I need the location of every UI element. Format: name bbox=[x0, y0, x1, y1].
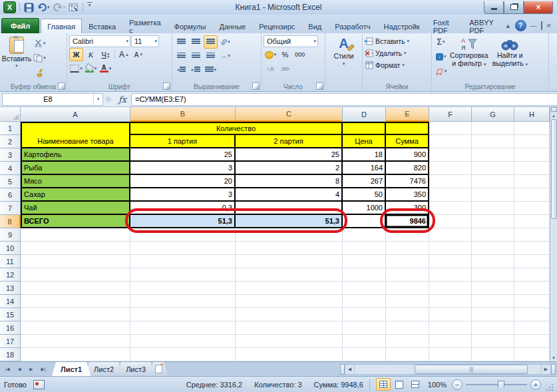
cell[interactable] bbox=[343, 268, 386, 282]
cell[interactable] bbox=[429, 255, 472, 268]
close-button[interactable]: × bbox=[524, 1, 553, 14]
row-header-17[interactable]: 17 bbox=[0, 335, 21, 348]
align-left-button[interactable] bbox=[174, 49, 188, 63]
copy-button[interactable]: ▾ bbox=[33, 51, 47, 65]
column-header-G[interactable]: G bbox=[472, 107, 514, 122]
cell[interactable] bbox=[429, 308, 472, 321]
tab-Рецензирс[interactable]: Рецензирс bbox=[252, 19, 301, 33]
cell[interactable]: 25 bbox=[130, 148, 236, 162]
borders-button[interactable]: ▾ bbox=[69, 62, 83, 75]
cell[interactable] bbox=[472, 348, 514, 361]
cell[interactable] bbox=[514, 215, 550, 228]
cell[interactable]: 50 bbox=[343, 188, 386, 202]
cell[interactable]: 1000 bbox=[343, 202, 386, 215]
scroll-right-icon[interactable]: ▶ bbox=[541, 364, 551, 375]
decrease-indent-button[interactable]: ◂ bbox=[174, 63, 188, 77]
cell[interactable] bbox=[514, 321, 550, 335]
cell[interactable] bbox=[514, 308, 550, 321]
row-header-14[interactable]: 14 bbox=[0, 295, 21, 308]
cell[interactable] bbox=[514, 202, 550, 215]
column-header-D[interactable]: D bbox=[343, 107, 386, 122]
cell[interactable] bbox=[130, 348, 236, 361]
cell[interactable]: 2 партия bbox=[236, 135, 343, 148]
cell[interactable] bbox=[472, 135, 514, 148]
cell[interactable] bbox=[343, 348, 386, 361]
tab-Формулы[interactable]: Формулы bbox=[168, 19, 213, 33]
cell[interactable]: 18 bbox=[343, 148, 386, 162]
row-header-13[interactable]: 13 bbox=[0, 282, 21, 295]
cell[interactable] bbox=[514, 295, 550, 308]
cell[interactable] bbox=[236, 295, 343, 308]
cell[interactable] bbox=[514, 335, 550, 348]
tab-Вид[interactable]: Вид bbox=[301, 19, 328, 33]
cell[interactable] bbox=[21, 308, 130, 321]
row-header-16[interactable]: 16 bbox=[0, 321, 21, 335]
cell[interactable] bbox=[386, 255, 429, 268]
cell[interactable] bbox=[386, 308, 429, 321]
currency-button[interactable]: ▾ bbox=[264, 48, 278, 61]
cell[interactable]: Мясо bbox=[21, 175, 130, 188]
row-header-12[interactable]: 12 bbox=[0, 268, 21, 282]
font-color-button[interactable]: А▾ bbox=[98, 62, 112, 75]
cell[interactable] bbox=[236, 348, 343, 361]
bold-button[interactable]: Ж bbox=[69, 48, 83, 61]
cell[interactable] bbox=[343, 282, 386, 295]
find-select-button[interactable]: Найти и выделить ▾ bbox=[490, 35, 530, 78]
cell[interactable]: 3 bbox=[130, 188, 236, 202]
last-sheet-button[interactable]: ▶| bbox=[38, 364, 49, 375]
cell-a1-a2-merged[interactable]: Наименование товара bbox=[21, 122, 130, 148]
row-header-6[interactable]: 6 bbox=[0, 188, 21, 202]
cell[interactable]: Чай bbox=[21, 202, 130, 215]
scroll-up-icon[interactable]: ▲ bbox=[552, 112, 556, 119]
insert-cells-button[interactable]: Вставить▾ bbox=[365, 35, 429, 47]
font-name-combo[interactable]: Calibri▾ bbox=[69, 35, 130, 47]
cell[interactable]: 4 bbox=[236, 188, 343, 202]
excel-logo-icon[interactable]: X bbox=[3, 1, 16, 13]
undo-button[interactable]: ▾ bbox=[37, 2, 51, 13]
merge-center-button[interactable]: ⇔▾ bbox=[218, 49, 232, 63]
cell[interactable] bbox=[429, 175, 472, 188]
row-header-15[interactable]: 15 bbox=[0, 308, 21, 321]
cell[interactable]: ВСЕГО bbox=[21, 215, 130, 228]
cell[interactable] bbox=[386, 282, 429, 295]
tab-ABBYY PDF[interactable]: ABBYY PDF bbox=[463, 19, 504, 33]
cell[interactable] bbox=[236, 321, 343, 335]
row-header-3[interactable]: 3 bbox=[0, 148, 21, 162]
restore-button[interactable] bbox=[504, 1, 524, 14]
cell[interactable] bbox=[472, 228, 514, 242]
cell[interactable]: 2 bbox=[236, 162, 343, 175]
cell[interactable] bbox=[386, 268, 429, 282]
horizontal-scroll-track[interactable] bbox=[355, 364, 541, 375]
cell[interactable] bbox=[429, 122, 472, 135]
sheet-tab-Лист1[interactable]: Лист1 bbox=[52, 362, 91, 376]
cell[interactable] bbox=[21, 242, 130, 255]
delete-cells-button[interactable]: Удалить▾ bbox=[365, 47, 429, 59]
cell[interactable] bbox=[514, 162, 550, 175]
cell[interactable]: Сумма bbox=[386, 135, 429, 148]
paste-button[interactable]: Вставить ▾ bbox=[2, 35, 31, 79]
cell[interactable]: Цена bbox=[343, 135, 386, 148]
cell[interactable] bbox=[386, 335, 429, 348]
cell[interactable] bbox=[130, 242, 236, 255]
zoom-in-button[interactable]: + bbox=[530, 379, 541, 390]
cell[interactable] bbox=[514, 228, 550, 242]
cell[interactable] bbox=[386, 321, 429, 335]
styles-button[interactable]: А Стили ▾ bbox=[327, 35, 360, 68]
select-all-corner[interactable] bbox=[0, 107, 21, 122]
save-button[interactable] bbox=[23, 2, 35, 13]
first-sheet-button[interactable]: |◀ bbox=[2, 364, 13, 375]
previous-sheet-button[interactable]: ◀ bbox=[14, 364, 25, 375]
cell[interactable] bbox=[472, 335, 514, 348]
customize-qat-button[interactable]: ▾ bbox=[87, 2, 93, 13]
orientation-button[interactable]: ab▾ bbox=[218, 35, 232, 49]
cell[interactable] bbox=[429, 335, 472, 348]
cell[interactable] bbox=[130, 308, 236, 321]
font-size-combo[interactable]: 11▾ bbox=[131, 35, 159, 47]
cell[interactable] bbox=[514, 148, 550, 162]
row-header-8[interactable]: 8 bbox=[0, 215, 21, 228]
cell[interactable] bbox=[130, 335, 236, 348]
cell[interactable] bbox=[472, 215, 514, 228]
tab-Вставка[interactable]: Вставка bbox=[82, 19, 122, 33]
cell[interactable] bbox=[236, 242, 343, 255]
increase-decimal-button[interactable]: ‹,0 bbox=[264, 62, 278, 75]
